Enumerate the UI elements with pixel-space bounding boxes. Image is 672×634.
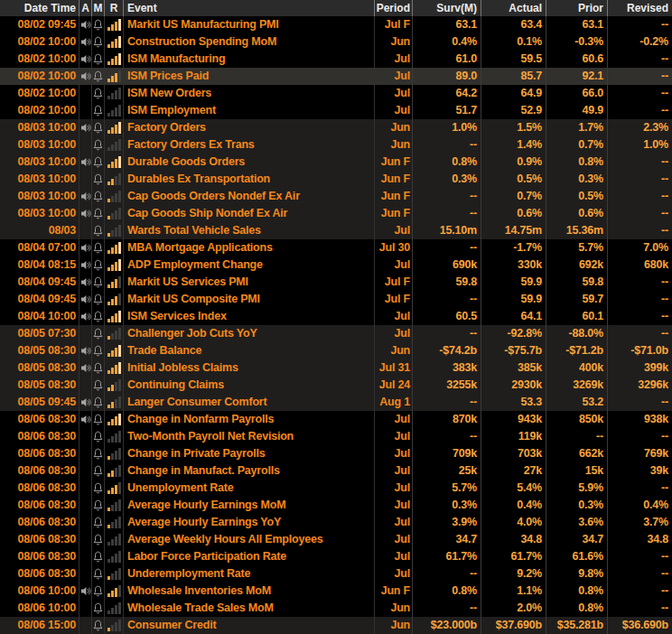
alert-cell[interactable] (79, 205, 92, 222)
table-row[interactable]: 08/02 10:00 ISM Prices Paid Jul 89.0 85.… (0, 68, 672, 85)
bell-icon[interactable] (93, 517, 103, 529)
table-row[interactable]: 08/06 15:00 Consumer Credit Jun $23.000b… (0, 617, 672, 634)
bell-icon[interactable] (93, 70, 103, 83)
bell-icon[interactable] (93, 551, 103, 564)
monitor-cell[interactable] (92, 68, 105, 85)
monitor-cell[interactable] (92, 394, 105, 411)
speaker-icon[interactable] (80, 260, 91, 270)
column-header-actual[interactable]: Actual (481, 0, 546, 16)
alert-cell[interactable] (79, 119, 92, 136)
bell-icon[interactable] (93, 276, 103, 289)
alert-cell[interactable] (79, 342, 92, 359)
bell-icon[interactable] (93, 379, 103, 392)
table-row[interactable]: 08/03 10:00 Cap Goods Ship Nondef Ex Air… (0, 205, 672, 222)
table-row[interactable]: 08/06 10:00 Wholesale Inventories MoM Ju… (0, 583, 672, 600)
table-row[interactable]: 08/06 08:30 Average Hourly Earnings YoY … (0, 514, 672, 531)
alert-cell[interactable] (79, 51, 92, 68)
bell-icon[interactable] (93, 294, 103, 306)
monitor-cell[interactable] (92, 411, 105, 428)
alert-cell[interactable] (79, 33, 92, 51)
speaker-icon[interactable] (80, 54, 91, 64)
bell-icon[interactable] (93, 156, 103, 169)
table-row[interactable]: 08/05 09:45 Langer Consumer Comfort Aug … (0, 394, 672, 411)
speaker-icon[interactable] (80, 397, 91, 407)
monitor-cell[interactable] (92, 445, 105, 462)
bell-icon[interactable] (93, 328, 103, 340)
alert-cell[interactable] (79, 325, 92, 342)
alert-cell[interactable] (79, 411, 92, 428)
bell-icon[interactable] (93, 88, 103, 100)
table-row[interactable]: 08/06 08:30 Two-Month Payroll Net Revisi… (0, 428, 672, 445)
alert-cell[interactable] (79, 359, 92, 377)
alert-cell[interactable] (79, 583, 92, 600)
monitor-cell[interactable] (92, 342, 105, 359)
alert-cell[interactable] (79, 16, 92, 33)
column-header-event[interactable]: Event (124, 0, 375, 16)
table-row[interactable]: 08/06 08:30 Change in Private Payrolls J… (0, 445, 672, 462)
monitor-cell[interactable] (92, 274, 105, 291)
bell-icon[interactable] (93, 362, 103, 375)
alert-cell[interactable] (79, 154, 92, 171)
speaker-icon[interactable] (80, 157, 91, 167)
table-row[interactable]: 08/04 10:00 ISM Services Index Jul 60.5 … (0, 308, 672, 325)
monitor-cell[interactable] (92, 565, 105, 583)
column-header-revised[interactable]: Revised (608, 0, 672, 16)
alert-cell[interactable] (79, 617, 92, 634)
table-row[interactable]: 08/03 Wards Total Vehicle Sales Jul 15.1… (0, 222, 672, 239)
bell-icon[interactable] (93, 499, 103, 512)
speaker-icon[interactable] (80, 277, 91, 287)
alert-cell[interactable] (79, 68, 92, 85)
monitor-cell[interactable] (92, 239, 105, 256)
table-row[interactable]: 08/05 07:30 Challenger Job Cuts YoY Jul … (0, 325, 672, 342)
table-row[interactable]: 08/02 10:00 Construction Spending MoM Ju… (0, 33, 672, 51)
column-header-survey[interactable]: Surv(M) (413, 0, 481, 16)
bell-icon[interactable] (93, 105, 103, 117)
table-row[interactable]: 08/05 08:30 Initial Jobless Claims Jul 3… (0, 359, 672, 377)
monitor-cell[interactable] (92, 16, 105, 33)
monitor-cell[interactable] (92, 102, 105, 119)
table-row[interactable]: 08/04 09:45 Markit US Composite PMI Jul … (0, 291, 672, 308)
bell-icon[interactable] (93, 465, 103, 478)
table-row[interactable]: 08/06 08:30 Labor Force Participation Ra… (0, 548, 672, 565)
speaker-icon[interactable] (80, 586, 91, 596)
monitor-cell[interactable] (92, 33, 105, 51)
bell-icon[interactable] (93, 53, 103, 66)
monitor-cell[interactable] (92, 531, 105, 548)
column-header-relevance[interactable]: R (105, 0, 124, 16)
table-row[interactable]: 08/06 10:00 Wholesale Trade Sales MoM Ju… (0, 600, 672, 617)
bell-icon[interactable] (93, 259, 103, 272)
bell-icon[interactable] (93, 431, 103, 443)
table-row[interactable]: 08/04 09:45 Markit US Services PMI Jul F… (0, 274, 672, 291)
table-row[interactable]: 08/03 10:00 Factory Orders Jun 1.0% 1.5%… (0, 119, 672, 136)
monitor-cell[interactable] (92, 51, 105, 68)
speaker-icon[interactable] (80, 346, 91, 356)
monitor-cell[interactable] (92, 428, 105, 445)
bell-icon[interactable] (93, 139, 103, 152)
monitor-cell[interactable] (92, 308, 105, 325)
table-row[interactable]: 08/05 08:30 Trade Balance Jun -$74.2b -$… (0, 342, 672, 359)
alert-cell[interactable] (79, 531, 92, 548)
alert-cell[interactable] (79, 239, 92, 256)
alert-cell[interactable] (79, 274, 92, 291)
alert-cell[interactable] (79, 377, 92, 394)
speaker-icon[interactable] (80, 37, 91, 47)
speaker-icon[interactable] (80, 415, 91, 424)
speaker-icon[interactable] (80, 123, 91, 133)
monitor-cell[interactable] (92, 548, 105, 565)
monitor-cell[interactable] (92, 171, 105, 188)
monitor-cell[interactable] (92, 359, 105, 377)
table-row[interactable]: 08/05 08:30 Continuing Claims Jul 24 325… (0, 377, 672, 394)
alert-cell[interactable] (79, 548, 92, 565)
bell-icon[interactable] (93, 448, 103, 461)
table-row[interactable]: 08/03 10:00 Cap Goods Orders Nondef Ex A… (0, 188, 672, 205)
alert-cell[interactable] (79, 428, 92, 445)
monitor-cell[interactable] (92, 119, 105, 136)
monitor-cell[interactable] (92, 136, 105, 154)
monitor-cell[interactable] (92, 205, 105, 222)
table-row[interactable]: 08/03 10:00 Durable Goods Orders Jun F 0… (0, 154, 672, 171)
alert-cell[interactable] (79, 462, 92, 480)
monitor-cell[interactable] (92, 188, 105, 205)
bell-icon[interactable] (93, 620, 103, 632)
bell-icon[interactable] (93, 36, 103, 49)
bell-icon[interactable] (93, 345, 103, 358)
